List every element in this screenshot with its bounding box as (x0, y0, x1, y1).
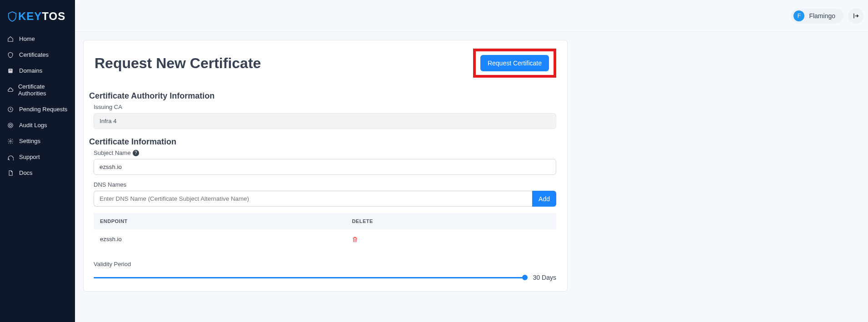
brand-name: KEYTOS (18, 10, 65, 23)
sidebar-item-support[interactable]: Support (0, 149, 75, 165)
sidebar-item-pending-requests[interactable]: Pending Requests (0, 101, 75, 117)
doc-icon (7, 170, 15, 176)
sidebar-item-home[interactable]: Home (0, 31, 75, 47)
clock-icon (7, 106, 15, 113)
sidebar-item-label: Certificates (19, 51, 49, 58)
page-title: Request New Certificate (95, 55, 261, 72)
validity-value: 30 Days (533, 274, 556, 281)
sidebar-item-cert-authorities[interactable]: Certificate Authorities (0, 79, 75, 101)
col-endpoint: ENDPOINT (100, 218, 352, 224)
request-certificate-button[interactable]: Request Certificate (480, 55, 549, 71)
sidebar-item-settings[interactable]: Settings (0, 133, 75, 149)
sidebar-item-label: Home (19, 35, 35, 42)
logout-button[interactable] (848, 8, 863, 24)
sidebar: KEYTOS Home Certificates Domains Cer (0, 0, 75, 322)
delete-row-button[interactable] (352, 236, 550, 243)
svg-rect-1 (10, 69, 12, 70)
user-menu[interactable]: F Flamingo (791, 9, 843, 23)
shield-icon (7, 11, 17, 22)
sidebar-item-audit-logs[interactable]: Audit Logs (0, 117, 75, 133)
sidebar-item-label: Audit Logs (19, 122, 47, 129)
sidebar-item-label: Pending Requests (19, 106, 67, 113)
add-dns-button[interactable]: Add (532, 191, 556, 207)
request-cert-card: Request New Certificate Request Certific… (83, 40, 568, 292)
cloud-icon (7, 87, 15, 93)
sidebar-item-certificates[interactable]: Certificates (0, 47, 75, 63)
shield-icon (7, 52, 15, 58)
sidebar-item-label: Domains (19, 67, 42, 74)
avatar: F (793, 10, 804, 21)
issuing-ca-field (94, 113, 556, 129)
chat-icon (7, 154, 15, 160)
ca-section-title: Certificate Authority Information (89, 91, 556, 101)
endpoint-cell: ezssh.io (100, 236, 352, 243)
validity-slider[interactable] (94, 277, 525, 278)
table-row: ezssh.io (94, 229, 556, 249)
highlight-box: Request Certificate (473, 49, 556, 78)
domain-icon (7, 68, 15, 74)
issuing-ca-label: Issuing CA (94, 104, 556, 110)
home-icon (7, 36, 15, 42)
cert-section-title: Certificate Information (89, 137, 556, 147)
dns-names-label: DNS Names (94, 181, 556, 188)
topbar: F Flamingo (75, 0, 868, 32)
dns-name-input[interactable] (94, 191, 532, 207)
svg-point-5 (10, 140, 11, 142)
col-delete: DELETE (352, 218, 550, 224)
validity-label: Validity Period (94, 261, 556, 268)
help-icon[interactable]: ? (133, 150, 139, 156)
trash-icon (352, 236, 550, 243)
target-icon (7, 122, 15, 129)
sidebar-item-label: Certificate Authorities (18, 83, 68, 97)
sidebar-item-label: Docs (19, 169, 33, 176)
sidebar-item-label: Settings (19, 138, 40, 144)
subject-name-label: Subject Name ? (94, 149, 556, 156)
sidebar-item-docs[interactable]: Docs (0, 165, 75, 181)
main: F Flamingo Request New Certificate Reque… (75, 0, 868, 322)
svg-point-3 (8, 123, 13, 128)
dns-table: ENDPOINT DELETE ezssh.io (94, 213, 556, 249)
brand-logo: KEYTOS (0, 5, 75, 31)
svg-point-4 (10, 124, 12, 126)
sidebar-item-label: Support (19, 154, 40, 160)
gear-icon (7, 138, 15, 144)
logout-icon (852, 12, 859, 20)
user-name: Flamingo (809, 12, 835, 20)
sidebar-item-domains[interactable]: Domains (0, 63, 75, 79)
subject-name-input[interactable] (94, 159, 556, 175)
svg-rect-0 (8, 69, 12, 73)
slider-thumb[interactable] (522, 275, 528, 280)
